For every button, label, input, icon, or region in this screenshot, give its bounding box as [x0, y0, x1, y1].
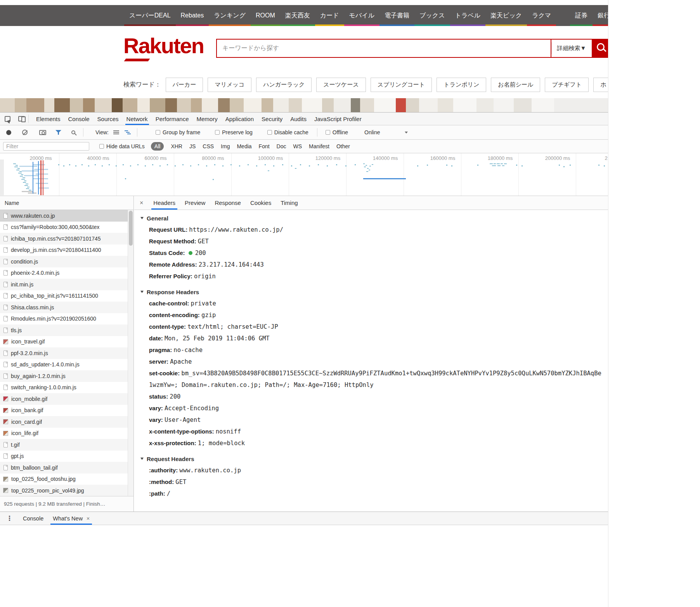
request-row[interactable]: icon_bank.gif — [0, 405, 128, 416]
topnav-item[interactable]: 電子書籍 — [379, 5, 414, 26]
filter-type-js[interactable]: JS — [189, 143, 196, 149]
request-row[interactable]: icon_life.gif — [0, 428, 128, 439]
drawer-menu-icon[interactable]: ⋮ — [6, 514, 13, 522]
devtools-tab-security[interactable]: Security — [258, 113, 286, 125]
search-input[interactable]: キーワードから探す — [216, 39, 551, 58]
filter-toggle-icon[interactable] — [55, 130, 61, 135]
topnav-item[interactable]: ラクマ — [527, 5, 556, 26]
filter-type-other[interactable]: Other — [336, 143, 350, 149]
keyword-tag-button[interactable]: ホ — [593, 78, 608, 92]
network-throttling-select[interactable]: Online — [364, 129, 408, 135]
devtools-tab-audits[interactable]: Audits — [286, 113, 310, 125]
request-row[interactable]: ichiba_top.min.css?v=201807101745 — [0, 233, 128, 245]
keyword-tag-button[interactable]: トランポリン — [437, 78, 486, 92]
request-row[interactable]: btm_balloon_tail.gif — [0, 462, 128, 473]
topnav-item[interactable]: カード — [315, 5, 344, 26]
devtools-tab-elements[interactable]: Elements — [32, 113, 64, 125]
keyword-tag-button[interactable]: プチギフト — [545, 78, 589, 92]
topnav-item[interactable]: ブックス — [414, 5, 450, 26]
filter-type-ws[interactable]: WS — [293, 143, 302, 149]
topnav-item[interactable]: 楽天西友 — [280, 5, 315, 26]
filter-type-manifest[interactable]: Manifest — [309, 143, 329, 149]
detail-tab-response[interactable]: Response — [210, 196, 246, 210]
topnav-item[interactable]: 銀行 — [593, 5, 608, 26]
rakuten-logo[interactable]: Rakuten — [123, 33, 204, 58]
request-row[interactable]: www.rakuten.co.jp — [0, 210, 128, 222]
advanced-search-button[interactable]: 詳細検索▼ — [551, 39, 593, 58]
scrollbar-thumb[interactable] — [129, 211, 133, 246]
request-row[interactable]: top_0225_food_otoshu.jpg — [0, 473, 128, 485]
view-list-icon[interactable] — [113, 130, 119, 134]
offline-checkbox[interactable]: Offline — [326, 129, 348, 135]
section-header[interactable]: Request Headers — [140, 453, 602, 465]
preserve-log-checkbox[interactable]: Preserve log — [215, 129, 253, 135]
clear-requests-icon[interactable] — [22, 130, 28, 135]
drawer-tab-console[interactable]: Console — [18, 512, 48, 525]
keyword-tag-button[interactable]: パーカー — [166, 78, 203, 92]
close-detail-icon[interactable]: × — [134, 199, 149, 206]
topnav-item[interactable]: 楽天ビック — [485, 5, 527, 26]
request-row[interactable]: t.gif — [0, 439, 128, 451]
devtools-tab-network[interactable]: Network — [123, 113, 152, 125]
detail-tab-headers[interactable]: Headers — [149, 196, 180, 210]
devtools-tab-performance[interactable]: Performance — [152, 113, 193, 125]
devtools-tab-memory[interactable]: Memory — [193, 113, 222, 125]
topnav-item[interactable]: 証券 — [570, 5, 593, 26]
name-column-header[interactable]: Name — [0, 196, 133, 210]
request-row[interactable]: icon_card.gif — [0, 416, 128, 428]
topnav-item[interactable]: トラベル — [450, 5, 486, 26]
filter-type-img[interactable]: Img — [221, 143, 230, 149]
filter-type-xhr[interactable]: XHR — [171, 143, 182, 149]
view-waterfall-icon[interactable] — [125, 130, 131, 135]
record-button[interactable] — [6, 130, 11, 135]
request-row[interactable]: icon_travel.gif — [0, 336, 128, 348]
filter-type-font[interactable]: Font — [259, 143, 270, 149]
drawer-tab-what-s-new[interactable]: What's New× — [48, 512, 94, 525]
keyword-tag-button[interactable]: ハンガーラック — [256, 78, 312, 92]
devtools-tab-javascript-profiler[interactable]: JavaScript Profiler — [310, 113, 366, 125]
devtools-tab-console[interactable]: Console — [64, 113, 94, 125]
filter-type-css[interactable]: CSS — [203, 143, 214, 149]
screenshot-capture-icon[interactable] — [39, 130, 46, 135]
keyword-tag-button[interactable]: スーツケース — [316, 78, 366, 92]
disable-cache-checkbox[interactable]: Disable cache — [267, 129, 308, 135]
close-icon[interactable]: × — [87, 515, 90, 522]
request-row[interactable]: condition.js — [0, 256, 128, 267]
request-row[interactable]: Rmodules.min.js?v=201902051600 — [0, 313, 128, 325]
request-row[interactable]: switch_ranking-1.0.0.min.js — [0, 382, 128, 394]
keyword-tag-button[interactable]: スプリングコート — [371, 78, 432, 92]
filter-type-all[interactable]: All — [151, 142, 164, 151]
section-header[interactable]: General — [140, 212, 602, 224]
request-row[interactable]: init.min.js — [0, 279, 128, 290]
request-row[interactable]: tls.js — [0, 324, 128, 336]
request-row[interactable]: pc_ichiba_top_init.js?v=1611141500 — [0, 290, 128, 302]
inspect-element-icon[interactable] — [5, 116, 10, 122]
devtools-tab-sources[interactable]: Sources — [94, 113, 123, 125]
request-row[interactable]: Shisa.class.min.js — [0, 302, 128, 313]
filter-type-media[interactable]: Media — [237, 143, 251, 149]
group-by-frame-checkbox[interactable]: Group by frame — [156, 129, 200, 135]
request-row[interactable]: phoenix-2.4.0.min.js — [0, 267, 128, 279]
topnav-item[interactable]: モバイル — [344, 5, 380, 26]
request-row[interactable]: icon_mobile.gif — [0, 393, 128, 405]
filter-input[interactable]: Filter — [3, 142, 89, 151]
request-row[interactable]: develop_js.min.css?v=201804111400 — [0, 245, 128, 256]
devtools-tab-application[interactable]: Application — [222, 113, 258, 125]
request-row[interactable]: top_0225_room_pic_vol49.jpg — [0, 485, 128, 496]
filter-type-doc[interactable]: Doc — [277, 143, 286, 149]
keyword-tag-button[interactable]: マリメッコ — [208, 78, 251, 92]
request-row[interactable]: css?family=Roboto:300,400,500&tex — [0, 222, 128, 233]
detail-tab-cookies[interactable]: Cookies — [246, 196, 276, 210]
topnav-item[interactable]: スーパーDEAL — [124, 5, 176, 26]
request-row[interactable]: ppf-3.2.0.min.js — [0, 347, 128, 359]
request-list-scrollbar[interactable] — [128, 210, 133, 496]
hide-data-urls-checkbox[interactable]: Hide data URLs — [99, 143, 145, 149]
section-header[interactable]: Response Headers — [140, 286, 602, 298]
search-icon[interactable] — [71, 130, 75, 134]
topnav-item[interactable]: Rebates — [176, 5, 209, 26]
request-row[interactable]: buy_again-1.2.0.min.js — [0, 370, 128, 382]
device-toolbar-icon[interactable] — [18, 116, 25, 121]
topnav-item[interactable]: ROOM — [251, 5, 280, 26]
detail-tab-timing[interactable]: Timing — [276, 196, 302, 210]
network-overview-timeline[interactable]: 20000 ms40000 ms60000 ms80000 ms100000 m… — [0, 153, 608, 196]
